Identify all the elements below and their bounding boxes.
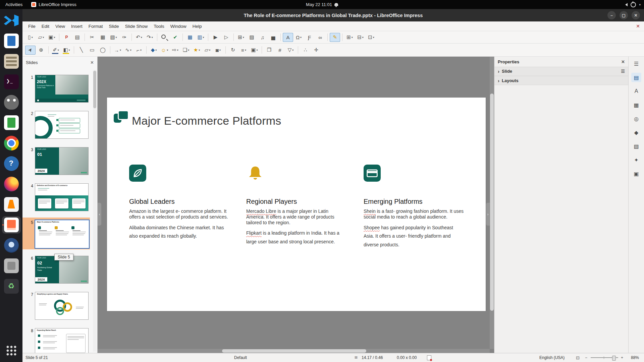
- display-grid-button[interactable]: ▦: [185, 33, 195, 42]
- slide-row-7[interactable]: 7 Simplifying Logistics and Supply Chain…: [22, 292, 97, 319]
- insert-chart-button[interactable]: ▅: [268, 33, 278, 42]
- properties-close-icon[interactable]: ✕: [621, 59, 625, 64]
- slide-thumbnail-5[interactable]: Major E-commerce Platforms: [35, 220, 90, 249]
- properties-section-slide[interactable]: › Slide ☰: [494, 67, 628, 76]
- column-heading[interactable]: Global Leaders: [129, 198, 231, 205]
- column-emerging-platforms[interactable]: Emerging Platforms Shein is a fast- grow…: [364, 165, 466, 249]
- horizontal-scrollbar[interactable]: [98, 349, 490, 353]
- insert-table-button[interactable]: ⊞: [236, 33, 246, 42]
- clock-menu[interactable]: May 22 11:01: [306, 2, 338, 7]
- menu-slideshow[interactable]: Slide Show: [122, 22, 151, 30]
- block-arrows-button[interactable]: ⇨: [170, 46, 180, 55]
- activities-button[interactable]: Activities: [0, 0, 28, 9]
- glue-points-button[interactable]: ✛: [311, 46, 321, 55]
- flowchart-shapes-button[interactable]: ▱: [202, 46, 213, 55]
- menu-file[interactable]: File: [25, 22, 39, 30]
- insert-text-box-button[interactable]: A: [283, 33, 293, 42]
- slide-thumbnail-3[interactable]: YOUR LOGO 01 202X: [35, 147, 89, 175]
- shapes-tab[interactable]: ◆: [631, 128, 641, 137]
- slide-thumbnail-7[interactable]: Simplifying Logistics and Supply Chains: [35, 292, 89, 320]
- slide-transition-tab[interactable]: ▧: [631, 141, 641, 151]
- insert-fontwork-button[interactable]: Ƒ: [304, 33, 315, 42]
- slide-editing-surface[interactable]: Major E-commerce Platforms Global Leader…: [107, 97, 486, 311]
- start-slideshow-button[interactable]: ▶: [210, 33, 221, 42]
- duplicate-slide-button[interactable]: ⊟: [355, 33, 366, 42]
- callout-shapes-button[interactable]: ❏: [181, 46, 191, 55]
- dock-item-help[interactable]: [2, 155, 21, 172]
- slide-row-8[interactable]: 8 Expanding Market Reach: [22, 328, 97, 353]
- slide-row-3[interactable]: 3 YOUR LOGO 01 202X: [22, 147, 97, 174]
- show-applications-button[interactable]: [2, 342, 21, 359]
- collapse-properties-handle[interactable]: ›: [486, 203, 490, 226]
- zoom-slider-thumb[interactable]: [612, 356, 616, 361]
- dock-item-calc[interactable]: [2, 114, 21, 131]
- dock-item-vscode[interactable]: [2, 12, 21, 29]
- slide-layout-button[interactable]: ⊡: [366, 33, 376, 42]
- line-color-button[interactable]: ✐: [51, 46, 61, 55]
- master-slides-tab[interactable]: ▣: [631, 169, 641, 178]
- column-paragraph[interactable]: Shein is a fast- growing fashion platfor…: [364, 208, 464, 220]
- insert-hyperlink-button[interactable]: ∞: [315, 33, 325, 42]
- menu-insert[interactable]: Insert: [68, 22, 86, 30]
- select-tool-button[interactable]: ➤: [25, 46, 36, 55]
- close-document-icon[interactable]: ✕: [636, 23, 640, 29]
- dock-item-files[interactable]: [2, 53, 21, 70]
- slides-panel-scrollbar[interactable]: [93, 70, 97, 352]
- redo-button[interactable]: ↷: [145, 33, 155, 42]
- edit-points-button[interactable]: ∴: [300, 46, 311, 55]
- zoom-level-label[interactable]: 88%: [631, 355, 639, 360]
- menu-format[interactable]: Format: [86, 22, 106, 30]
- dock-item-firefox[interactable]: [2, 175, 21, 193]
- menu-edit[interactable]: Edit: [39, 22, 52, 30]
- paste-button[interactable]: ▧: [108, 33, 119, 42]
- symbol-shapes-button[interactable]: ☺: [159, 46, 170, 55]
- spelling-button[interactable]: ✔: [170, 33, 180, 42]
- lines-arrows-button[interactable]: →: [112, 46, 123, 55]
- slides-panel-scrollbar-thumb[interactable]: [93, 71, 96, 108]
- dock-item-gimp[interactable]: [2, 94, 21, 111]
- menu-slide[interactable]: Slide: [106, 22, 122, 30]
- insert-special-character-button[interactable]: Ω: [293, 33, 304, 42]
- collapse-slides-panel-handle[interactable]: ‹: [98, 203, 101, 226]
- slide-thumbnail-1[interactable]: YOUR LOGO 202X E-commerce Platforms in G…: [35, 75, 89, 103]
- maximize-button[interactable]: ▢: [620, 11, 628, 19]
- zoom-in-icon[interactable]: +: [621, 355, 623, 360]
- connectors-button[interactable]: ⌐: [134, 46, 144, 55]
- styles-tab[interactable]: A: [631, 86, 641, 96]
- dock-item-writer[interactable]: [2, 32, 21, 50]
- minimize-button[interactable]: –: [607, 11, 616, 19]
- cut-button[interactable]: ✂: [87, 33, 97, 42]
- focused-app-indicator[interactable]: LibreOffice Impress: [28, 2, 79, 7]
- fill-color-button[interactable]: ◧: [61, 46, 72, 55]
- new-slide-button[interactable]: ⊞: [344, 33, 355, 42]
- insert-image-button[interactable]: ▨: [247, 33, 257, 42]
- new-document-button[interactable]: ▯: [25, 33, 36, 42]
- copy-button[interactable]: ▦: [98, 33, 108, 42]
- animation-tab[interactable]: ✦: [631, 155, 641, 165]
- slide-thumbnail-8[interactable]: Expanding Market Reach: [35, 328, 89, 353]
- horizontal-scrollbar-thumb[interactable]: [222, 349, 366, 353]
- open-button[interactable]: ▱: [36, 33, 46, 42]
- column-paragraph[interactable]: Flipkart is a leading platform in India.…: [246, 229, 347, 246]
- section-menu-icon[interactable]: ☰: [621, 69, 625, 74]
- column-paragraph[interactable]: Alibaba dominates the Chinese market. It…: [129, 224, 230, 241]
- shadow-button[interactable]: ❒: [264, 46, 274, 55]
- slide-row-1[interactable]: 1 YOUR LOGO 202X E-commerce Platforms in…: [22, 75, 97, 102]
- slide-canvas[interactable]: ‹ › Major E-commerce Platforms Global Le…: [98, 57, 494, 353]
- dock-item-impress-active[interactable]: [2, 216, 21, 234]
- menu-view[interactable]: View: [52, 22, 68, 30]
- column-regional-players[interactable]: Regional Players Mercado Libre is a majo…: [246, 165, 348, 246]
- column-paragraph[interactable]: Mercado Libre is a major player in Latin…: [246, 208, 347, 225]
- align-objects-button[interactable]: ≡: [238, 46, 249, 55]
- column-global-leaders[interactable]: Global Leaders Amazon is the largest e- …: [129, 165, 231, 241]
- rotate-button[interactable]: ↻: [228, 46, 238, 55]
- basic-shapes-button[interactable]: ◆: [149, 46, 159, 55]
- save-button[interactable]: ▣: [47, 33, 57, 42]
- ellipse-tool-button[interactable]: ◯: [98, 46, 108, 55]
- slide-title-text[interactable]: Major E-commerce Platforms: [132, 114, 281, 127]
- sidebar-settings-icon[interactable]: ☰: [631, 59, 641, 68]
- show-draw-functions-button[interactable]: ✎: [330, 33, 340, 42]
- slide-thumbnail-4[interactable]: Definition and Evolution of E-commerce: [35, 183, 89, 211]
- language-label[interactable]: English (USA): [539, 355, 565, 360]
- menu-help[interactable]: Help: [190, 22, 205, 30]
